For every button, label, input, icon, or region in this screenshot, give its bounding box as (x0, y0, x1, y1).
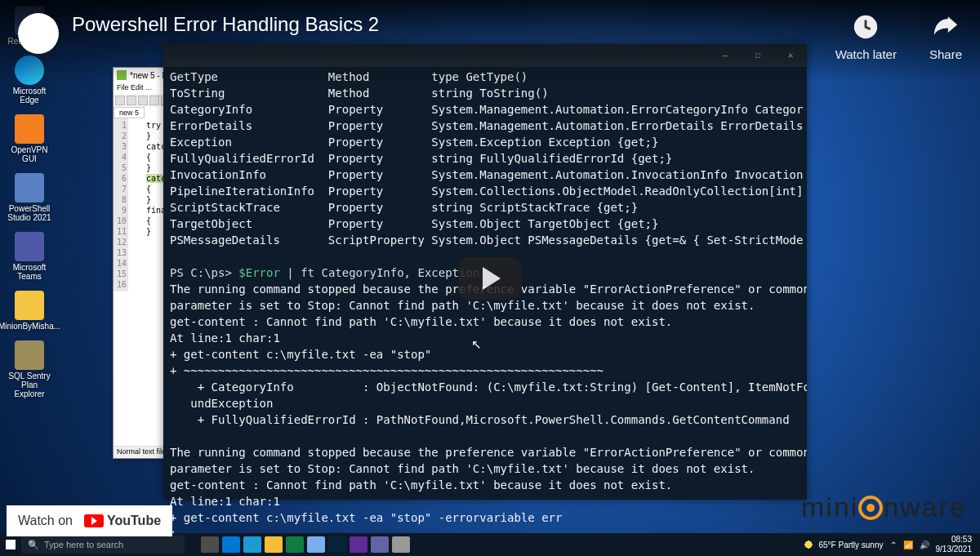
share-icon (932, 13, 960, 41)
search-icon: 🔍 (28, 540, 39, 550)
edge-icon[interactable] (243, 536, 261, 553)
tray-speaker-icon[interactable]: 🔊 (920, 540, 929, 549)
vs-icon[interactable] (350, 536, 368, 553)
explorer-icon[interactable] (265, 536, 283, 553)
video-title[interactable]: Powershell Error Handling Basics 2 (72, 13, 835, 36)
terminal-output[interactable]: GetType Method type GetType() ToString M… (163, 67, 807, 544)
brand-logo: mininware (801, 492, 967, 523)
watch-on-label: Watch on (18, 514, 73, 528)
play-button[interactable] (458, 257, 522, 300)
channel-avatar[interactable] (18, 13, 59, 54)
task-view-icon[interactable] (201, 536, 219, 553)
system-tray[interactable]: 65°F Partly sunny ⌃ 📶 🔊 08:53 9/13/2021 (794, 535, 980, 554)
notepad-tab[interactable]: new 5 (114, 107, 145, 118)
clock[interactable]: 08:53 9/13/2021 (936, 535, 973, 554)
desktop-icon-pss[interactable]: PowerShell Studio 2021 (4, 171, 55, 224)
share-label: Share (929, 47, 962, 61)
app-icon[interactable] (392, 536, 410, 553)
snagit-icon[interactable] (307, 536, 325, 553)
youtube-top-overlay: Powershell Error Handling Basics 2 Watch… (0, 0, 980, 82)
youtube-text: YouTube (107, 514, 161, 528)
tray-network-icon[interactable]: 📶 (903, 540, 913, 549)
outlook-icon[interactable] (222, 536, 240, 553)
excel-icon[interactable] (286, 536, 304, 553)
weather-text: 65°F Partly sunny (818, 540, 883, 549)
desktop-icon-ovpn[interactable]: OpenVPN GUI (4, 113, 55, 165)
watch-later-button[interactable]: Watch later (835, 13, 897, 61)
youtube-actions: Watch later Share (835, 13, 962, 61)
clock-time: 08:53 (936, 535, 973, 545)
watch-later-label: Watch later (835, 47, 897, 61)
search-placeholder: Type here to search (44, 540, 123, 549)
desktop-icon-mbm[interactable]: MinionByMisha... (4, 289, 55, 332)
youtube-play-icon (84, 514, 104, 527)
clock-icon (852, 13, 880, 41)
weather-icon (802, 538, 815, 551)
taskbar-search[interactable]: 🔍 Type here to search (21, 536, 185, 554)
desktop-icon-sql[interactable]: SQL Sentry Plan Explorer (4, 339, 55, 400)
tray-chevron-icon[interactable]: ⌃ (890, 540, 897, 549)
powershell-icon[interactable] (328, 536, 346, 553)
teams-icon[interactable] (371, 536, 389, 553)
desktop-icon-teams[interactable]: Microsoft Teams (4, 230, 55, 282)
notepad-gutter: 1 2 3 4 5 6 7 8 9 10 11 12 13 14 15 16 (114, 118, 128, 291)
clock-date: 9/13/2021 (936, 545, 973, 554)
youtube-logo: YouTube (84, 514, 161, 528)
taskbar-apps[interactable] (201, 536, 794, 553)
weather-widget[interactable]: 65°F Partly sunny (802, 538, 883, 551)
play-icon (483, 267, 501, 290)
watch-on-youtube-button[interactable]: Watch on YouTube (7, 505, 172, 536)
share-button[interactable]: Share (929, 13, 962, 61)
taskbar[interactable]: 🔍 Type here to search 65°F Partly sunny … (0, 533, 980, 556)
start-button[interactable] (0, 534, 21, 555)
